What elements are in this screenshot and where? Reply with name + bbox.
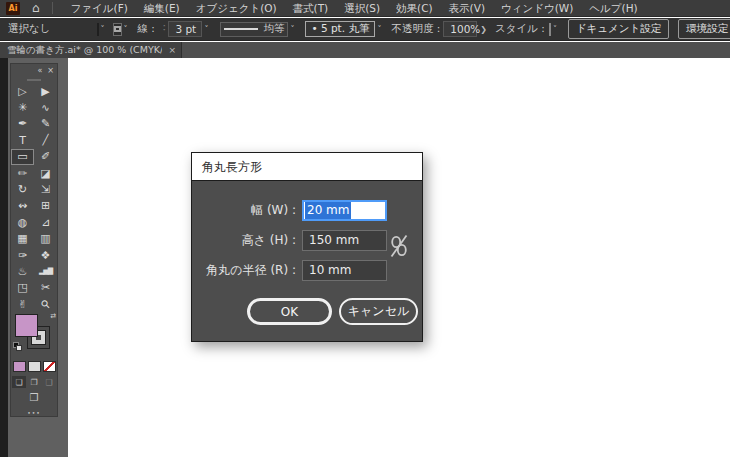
style-label: スタイル :: [495, 22, 545, 36]
width-input[interactable]: 20 mm: [302, 200, 387, 221]
selection-tool[interactable]: ▷: [11, 83, 34, 99]
tab-close-icon[interactable]: ×: [168, 45, 176, 55]
symbol-sprayer-tool[interactable]: ♨: [11, 263, 34, 279]
menu-bar: Ai ⌂ ファイル(F) 編集(E) オブジェクト(O) 書式(T) 選択(S)…: [0, 0, 730, 17]
screen-mode-icon[interactable]: ❐: [11, 392, 57, 403]
pen-tool[interactable]: ✒: [11, 116, 34, 132]
selection-status: 選択なし: [8, 22, 51, 36]
opacity-value[interactable]: 100%: [443, 21, 477, 37]
draw-mode-row: ❏ ❐ ❑: [11, 376, 57, 388]
width-profile-chevron-icon[interactable]: ˅: [290, 25, 294, 34]
dialog-title: 角丸長方形: [192, 153, 422, 181]
stroke-weight-chevron-icon[interactable]: ˅: [204, 25, 208, 34]
menu-help[interactable]: ヘルプ(H): [581, 0, 645, 17]
eraser-tool[interactable]: ◪: [34, 165, 57, 181]
stroke-chevron-down-icon[interactable]: ˅: [124, 25, 128, 34]
style-chevron-icon[interactable]: ˅: [553, 25, 557, 34]
tool-column: « × ▷ ▶ ✳ ∿ ✒ ✎ T ╱ ▭ ✐ ✏ ◪ ↻: [8, 58, 68, 457]
cancel-button[interactable]: キャンセル: [339, 298, 418, 325]
tool-panel: « × ▷ ▶ ✳ ∿ ✒ ✎ T ╱ ▭ ✐ ✏ ◪ ↻: [10, 63, 58, 417]
gradient-button[interactable]: [28, 361, 41, 372]
height-input[interactable]: 150 mm: [302, 230, 387, 251]
menu-select[interactable]: 選択(S): [336, 0, 388, 17]
direct-selection-tool[interactable]: ▶: [34, 83, 57, 99]
curvature-tool[interactable]: ✎: [34, 116, 57, 132]
menu-file[interactable]: ファイル(F): [63, 0, 136, 17]
corner-radius-input[interactable]: 10 mm: [302, 260, 387, 281]
fill-chevron-down-icon[interactable]: ˅: [101, 25, 105, 34]
none-button[interactable]: [43, 361, 56, 372]
fill-stroke-area: ⇄: [11, 312, 57, 358]
menu-object[interactable]: オブジェクト(O): [188, 0, 285, 17]
type-tool[interactable]: T: [11, 132, 34, 148]
panel-close-icon[interactable]: ×: [47, 66, 54, 75]
edit-toolbar-ellipsis[interactable]: •••: [11, 409, 57, 416]
left-rail: [0, 58, 8, 457]
stroke-weight-stepper[interactable]: ˄ ˅: [163, 25, 166, 33]
opacity-label: 不透明度 :: [391, 22, 440, 36]
corner-radius-label: 角丸の半径 (R) :: [192, 262, 296, 279]
eyedropper-tool[interactable]: ✑: [11, 247, 34, 263]
height-label: 高さ (H) :: [192, 232, 296, 249]
draw-inside-icon[interactable]: ❑: [42, 376, 56, 388]
rectangle-tool[interactable]: ▭: [11, 149, 34, 165]
menu-edit[interactable]: 編集(E): [136, 0, 188, 17]
lasso-tool[interactable]: ∿: [34, 99, 57, 115]
brush-dropdown[interactable]: • 5 pt. 丸筆: [305, 21, 375, 37]
document-tab-title: 雪輪の書き方.ai* @ 100 % (CMYK/プレビュー): [7, 44, 162, 57]
magic-wand-tool[interactable]: ✳: [11, 99, 34, 115]
tool-grid: ▷ ▶ ✳ ∿ ✒ ✎ T ╱ ▭ ✐ ✏ ◪ ↻ ⇲ ↭ ⊞ ◍: [11, 83, 57, 312]
control-bar: 選択なし ˅ ˅ 線 : ˄ ˅ 3 pt ˅ 均等 ˅ • 5 pt. 丸筆 …: [0, 18, 730, 41]
pencil-tool[interactable]: ✏: [11, 165, 34, 181]
width-label: 幅 (W) :: [192, 202, 296, 219]
rotate-tool[interactable]: ↻: [11, 181, 34, 197]
menu-window[interactable]: ウィンドウ(W): [493, 0, 581, 17]
column-graph-tool[interactable]: ▂▅▇: [34, 263, 57, 279]
panel-grip[interactable]: [27, 79, 41, 81]
draw-behind-icon[interactable]: ❐: [27, 376, 41, 388]
fill-color-swatch[interactable]: [97, 23, 99, 36]
width-profile-dropdown[interactable]: 均等: [220, 22, 288, 37]
artboard-tool[interactable]: ◳: [11, 280, 34, 296]
free-transform-tool[interactable]: ⊞: [34, 198, 57, 214]
width-input-value: 20 mm: [305, 202, 351, 219]
hand-tool[interactable]: ✌: [11, 296, 34, 312]
color-mode-row: [11, 361, 57, 372]
brush-chevron-icon[interactable]: ˅: [377, 25, 381, 34]
brush-label: • 5 pt. 丸筆: [311, 22, 369, 36]
gradient-tool[interactable]: ▥: [34, 231, 57, 247]
unlink-proportions-icon[interactable]: [389, 233, 409, 263]
illustrator-window: Ai ⌂ ファイル(F) 編集(E) オブジェクト(O) 書式(T) 選択(S)…: [0, 0, 730, 457]
swap-fill-stroke-icon[interactable]: ⇄: [50, 312, 56, 320]
paintbrush-tool[interactable]: ✐: [34, 149, 57, 165]
line-segment-tool[interactable]: ╱: [34, 132, 57, 148]
document-setup-button[interactable]: ドキュメント設定: [568, 19, 669, 39]
default-fill-stroke-icon[interactable]: [13, 342, 22, 351]
menu-type[interactable]: 書式(T): [285, 0, 337, 17]
document-tab[interactable]: 雪輪の書き方.ai* @ 100 % (CMYK/プレビュー) ×: [0, 42, 182, 58]
ok-button[interactable]: OK: [247, 298, 332, 325]
draw-normal-icon[interactable]: ❏: [12, 376, 26, 388]
blend-tool[interactable]: ❖: [34, 247, 57, 263]
style-swatch[interactable]: [549, 23, 551, 36]
tab-bar: 雪輪の書き方.ai* @ 100 % (CMYK/プレビュー) ×: [0, 42, 730, 58]
preferences-button[interactable]: 環境設定: [678, 19, 730, 39]
perspective-grid-tool[interactable]: ⊿: [34, 214, 57, 230]
width-tool[interactable]: ↭: [11, 198, 34, 214]
opacity-arrow-icon[interactable]: ❯: [480, 25, 487, 34]
home-icon[interactable]: ⌂: [32, 2, 40, 14]
panel-collapse-icon[interactable]: «: [37, 66, 42, 75]
color-button[interactable]: [13, 361, 26, 372]
scale-tool[interactable]: ⇲: [34, 181, 57, 197]
stroke-color-swatch[interactable]: [113, 23, 122, 36]
menu-separator: [52, 2, 53, 14]
fill-swatch-large[interactable]: [15, 314, 38, 337]
shape-builder-tool[interactable]: ◍: [11, 214, 34, 230]
stepper-down-icon[interactable]: ˅: [163, 29, 166, 33]
stroke-weight-value[interactable]: 3 pt: [168, 21, 202, 37]
width-profile-line-icon: [224, 28, 258, 30]
app-logo-icon[interactable]: Ai: [6, 2, 20, 15]
menu-view[interactable]: 表示(V): [441, 0, 493, 17]
mesh-tool[interactable]: ▦: [11, 231, 34, 247]
menu-effect[interactable]: 効果(C): [388, 0, 441, 17]
